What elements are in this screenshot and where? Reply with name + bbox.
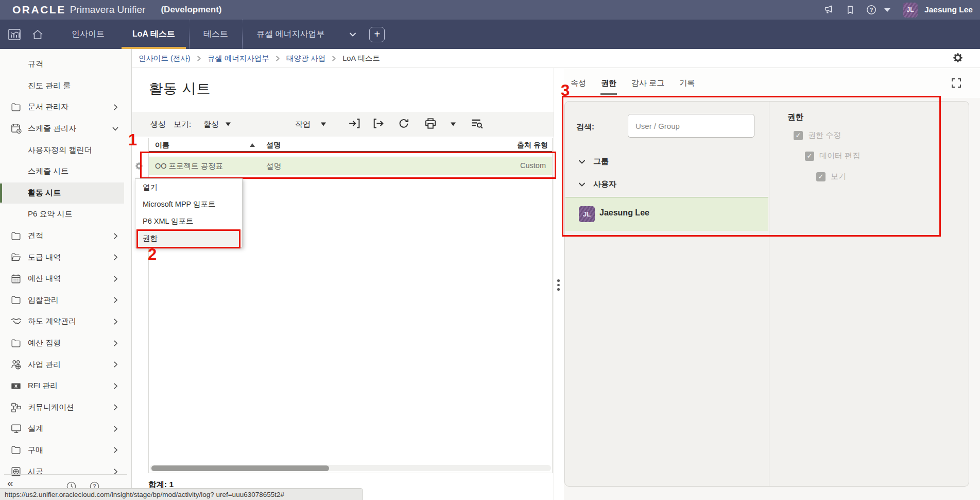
- tab-properties[interactable]: 속성: [571, 78, 586, 88]
- module-tabs: 인사이트 LoA 테스트 테스트 큐셀 에너지사업부: [58, 20, 338, 49]
- sidebar-item-P6 요약 시트[interactable]: P6 요약 시트: [0, 204, 131, 225]
- row-description-cell: 설명: [266, 161, 281, 171]
- help-icon[interactable]: ?: [866, 4, 877, 15]
- sidebar-item-입찰관리[interactable]: 입찰관리: [0, 290, 131, 311]
- import-icon[interactable]: [347, 116, 361, 132]
- permission-label: 권한 수정: [808, 130, 841, 140]
- sidebar-item-스케줄 시트[interactable]: 스케줄 시트: [0, 161, 131, 182]
- breadcrumb-qcells[interactable]: 큐셀 에너지사업부: [208, 54, 269, 63]
- status-url-bar: https://us2.unifier.oraclecloud.com/insi…: [0, 488, 363, 500]
- sidebar-item-사업 관리[interactable]: 사업 관리: [0, 354, 131, 375]
- menu-item-open[interactable]: 열기: [135, 179, 242, 196]
- actions-caret-icon[interactable]: [321, 123, 326, 126]
- table-row[interactable]: OO 프로젝트 공정표 설명 Custom: [149, 157, 552, 175]
- refresh-icon[interactable]: [397, 116, 411, 132]
- print-caret-icon[interactable]: [451, 123, 456, 126]
- svg-text:?: ?: [870, 7, 873, 13]
- row-actions-gear-icon[interactable]: [134, 161, 144, 174]
- tab-permissions[interactable]: 권한: [601, 78, 616, 88]
- toolbar: 생성 보기: 활성 작업: [132, 112, 554, 137]
- column-header-name[interactable]: 이름: [155, 141, 169, 150]
- collapse-sidebar-icon[interactable]: «: [7, 477, 12, 489]
- folder-open-icon: [9, 251, 23, 263]
- panel-column-divider: [769, 102, 769, 486]
- menu-item-permissions[interactable]: 권한: [135, 230, 242, 247]
- sidebar-item-도급 내역[interactable]: 도급 내역: [0, 246, 131, 268]
- splitter-drag-handle-icon[interactable]: [557, 279, 560, 291]
- sidebar-item-진도 관리 룰[interactable]: 진도 관리 룰: [0, 75, 131, 97]
- sidebar-item-label: 하도 계약관리: [28, 316, 76, 326]
- fullscreen-icon[interactable]: [950, 77, 962, 91]
- module-tab-bar: 인사이트 LoA 테스트 테스트 큐셀 에너지사업부 +: [0, 20, 980, 49]
- help-caret-down-icon[interactable]: [884, 8, 890, 12]
- checkbox-checked-icon[interactable]: ✓: [794, 131, 803, 140]
- actions-dropdown[interactable]: 작업: [295, 120, 311, 129]
- tab-insight[interactable]: 인사이트: [58, 20, 118, 49]
- sidebar-items: 규격진도 관리 룰문서 관리자스케줄 관리자사용자정의 캘린더스케줄 시트활동 …: [0, 54, 131, 482]
- tab-test[interactable]: 테스트: [189, 20, 242, 49]
- header-right-cluster: ? JL Jaesung Lee: [813, 0, 973, 20]
- settings-gear-icon[interactable]: [951, 51, 965, 66]
- sidebar-item-커뮤니케이션[interactable]: 커뮤니케이션: [0, 397, 131, 419]
- sidebar-item-예산 내역[interactable]: 예산 내역: [0, 268, 131, 290]
- chart-icon[interactable]: [7, 27, 22, 42]
- checkbox-checked-icon[interactable]: ✓: [816, 172, 826, 181]
- tab-list-chevron-down-icon[interactable]: [349, 30, 357, 39]
- sidebar-item-구매[interactable]: 구매: [0, 440, 131, 461]
- sidebar-item-사용자정의 캘린더[interactable]: 사용자정의 캘린더: [0, 139, 131, 161]
- tab-loa-test[interactable]: LoA 테스트: [118, 20, 189, 49]
- sidebar-item-예산 집행[interactable]: 예산 집행: [0, 332, 131, 354]
- view-filter-dropdown[interactable]: 활성: [203, 120, 219, 129]
- breadcrumb-solar[interactable]: 태양광 사업: [286, 54, 326, 63]
- sidebar-item-설계[interactable]: 설계: [0, 418, 131, 440]
- find-icon[interactable]: [470, 116, 484, 132]
- panel-splitter[interactable]: [554, 68, 564, 500]
- sidebar-item-label: 예산 집행: [28, 338, 61, 348]
- sort-ascending-icon[interactable]: [250, 143, 255, 147]
- user-avatar[interactable]: JL: [903, 3, 918, 18]
- calendar-icon: [9, 273, 23, 285]
- user-name: Jaesung Lee: [924, 5, 973, 14]
- environment-label: (Development): [161, 5, 221, 15]
- home-icon[interactable]: [31, 28, 44, 41]
- sidebar-item-규격[interactable]: 규격: [0, 54, 131, 75]
- print-icon[interactable]: [423, 116, 438, 132]
- column-header-source-type[interactable]: 출처 유형: [517, 141, 548, 150]
- bookmark-icon[interactable]: [845, 5, 855, 15]
- chevron-down-icon: [578, 181, 586, 188]
- column-header-description[interactable]: 설명: [266, 141, 281, 150]
- folder-icon: [9, 444, 23, 456]
- details-panel-tabs: 속성 권한 감사 로그 기록: [564, 68, 980, 98]
- sidebar-item-label: 사업 관리: [28, 360, 61, 370]
- sidebar-item-RFI 관리[interactable]: RFI 관리: [0, 375, 131, 397]
- section-users[interactable]: 사용자: [578, 179, 616, 189]
- chevron-right-icon: [112, 382, 119, 389]
- menu-item-p6-xml-import[interactable]: P6 XML 임포트: [135, 213, 242, 230]
- sidebar-item-견적[interactable]: 견적: [0, 225, 131, 247]
- horizontal-scrollbar: [150, 465, 551, 471]
- sidebar-item-활동 시트[interactable]: 활동 시트: [0, 182, 124, 204]
- sidebar-item-문서 관리자[interactable]: 문서 관리자: [0, 96, 131, 118]
- user-name-label: Jaesung Lee: [599, 208, 649, 218]
- horizontal-scrollbar-thumb[interactable]: [151, 465, 329, 471]
- sidebar-item-label: 스케줄 관리자: [28, 124, 76, 134]
- section-groups[interactable]: 그룹: [578, 157, 609, 166]
- view-filter-caret-icon[interactable]: [226, 123, 231, 126]
- sidebar: 규격진도 관리 룰문서 관리자스케줄 관리자사용자정의 캘린더스케줄 시트활동 …: [0, 49, 132, 500]
- tab-records[interactable]: 기록: [679, 78, 695, 88]
- menu-item-mpp-import[interactable]: Microsoft MPP 임포트: [135, 196, 242, 213]
- selected-user-row[interactable]: JL Jaesung Lee: [565, 197, 768, 231]
- sidebar-item-스케줄 관리자[interactable]: 스케줄 관리자: [0, 118, 131, 140]
- create-button[interactable]: 생성: [150, 120, 166, 129]
- tab-audit-log[interactable]: 감사 로그: [631, 78, 664, 88]
- sidebar-item-label: 활동 시트: [28, 188, 61, 198]
- main-content: 활동 시트 생성 보기: 활성 작업: [132, 68, 554, 500]
- breadcrumb-insight[interactable]: 인사이트 (전사): [139, 54, 191, 63]
- export-icon[interactable]: [371, 116, 385, 132]
- tab-qcells-division[interactable]: 큐셀 에너지사업부: [242, 20, 338, 49]
- add-tab-button[interactable]: +: [369, 27, 385, 42]
- sidebar-item-하도 계약관리[interactable]: 하도 계약관리: [0, 311, 131, 332]
- checkbox-checked-icon[interactable]: ✓: [805, 152, 814, 161]
- announcements-icon[interactable]: [823, 4, 835, 15]
- user-group-search-input[interactable]: [628, 114, 754, 138]
